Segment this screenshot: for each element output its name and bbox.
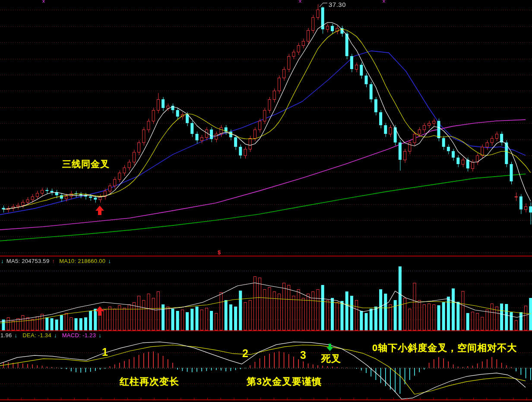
stock-chart-window: 37.30 三线同金叉 $ ↓ MA5: 204753.59 ↑ MA10: 2… bbox=[0, 0, 532, 402]
chart-canvas[interactable] bbox=[0, 0, 532, 402]
